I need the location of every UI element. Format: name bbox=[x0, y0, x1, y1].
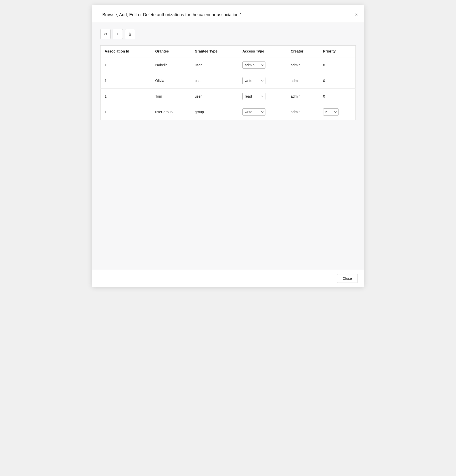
cell-access-type: adminwriteread bbox=[238, 104, 286, 120]
table-row: 1user-groupgroupadminwritereadadmin01234… bbox=[101, 104, 356, 120]
col-header-creator: Creator bbox=[286, 46, 319, 57]
add-icon: + bbox=[116, 32, 119, 36]
modal-footer: Close bbox=[92, 270, 364, 287]
cell-creator: admin bbox=[286, 73, 319, 89]
cell-access-type: adminwriteread bbox=[238, 73, 286, 89]
cell-access-type: adminwriteread bbox=[238, 89, 286, 104]
access-type-select[interactable]: adminwriteread bbox=[242, 77, 265, 84]
priority-select[interactable]: 012345678910 bbox=[323, 108, 339, 116]
cell-grantee: Olivia bbox=[151, 73, 191, 89]
cell-priority: 0 bbox=[319, 73, 356, 89]
access-type-select[interactable]: adminwriteread bbox=[242, 93, 265, 100]
cell-creator: admin bbox=[286, 57, 319, 73]
access-type-select[interactable]: adminwriteread bbox=[242, 108, 265, 116]
trash-icon: 🗑 bbox=[128, 32, 132, 36]
cell-grantee-type: user bbox=[191, 73, 238, 89]
table-row: 1Isabelleuseradminwritereadadmin0 bbox=[101, 57, 356, 73]
modal-title: Browse, Add, Edit or Delete authorizatio… bbox=[102, 12, 242, 17]
cell-grantee: user-group bbox=[151, 104, 191, 120]
refresh-button[interactable]: ↻ bbox=[100, 29, 111, 39]
toolbar: ↻ + 🗑 bbox=[100, 29, 356, 39]
add-button[interactable]: + bbox=[113, 29, 123, 39]
cell-creator: admin bbox=[286, 104, 319, 120]
col-header-association-id: Association Id bbox=[101, 46, 151, 57]
cell-priority: 0 bbox=[319, 57, 356, 73]
cell-grantee-type: user bbox=[191, 89, 238, 104]
col-header-grantee: Grantee bbox=[151, 46, 191, 57]
modal-header: Browse, Add, Edit or Delete authorizatio… bbox=[92, 5, 364, 23]
cell-grantee: Isabelle bbox=[151, 57, 191, 73]
cell-creator: admin bbox=[286, 89, 319, 104]
cell-association-id: 1 bbox=[101, 89, 151, 104]
delete-button[interactable]: 🗑 bbox=[125, 29, 135, 39]
close-x-button[interactable]: × bbox=[355, 12, 358, 17]
cell-priority: 012345678910 bbox=[319, 104, 356, 120]
modal-body: ↻ + 🗑 Association Id Grantee Grantee Typ… bbox=[92, 23, 364, 270]
cell-association-id: 1 bbox=[101, 73, 151, 89]
cell-grantee: Tom bbox=[151, 89, 191, 104]
access-type-select[interactable]: adminwriteread bbox=[242, 61, 265, 69]
cell-grantee-type: user bbox=[191, 57, 238, 73]
col-header-priority: Priority bbox=[319, 46, 356, 57]
table-row: 1Tomuseradminwritereadadmin0 bbox=[101, 89, 356, 104]
cell-priority: 0 bbox=[319, 89, 356, 104]
cell-association-id: 1 bbox=[101, 104, 151, 120]
close-button[interactable]: Close bbox=[337, 274, 358, 283]
cell-association-id: 1 bbox=[101, 57, 151, 73]
cell-grantee-type: group bbox=[191, 104, 238, 120]
cell-access-type: adminwriteread bbox=[238, 57, 286, 73]
col-header-grantee-type: Grantee Type bbox=[191, 46, 238, 57]
table-row: 1Oliviauseradminwritereadadmin0 bbox=[101, 73, 356, 89]
authorizations-table: Association Id Grantee Grantee Type Acce… bbox=[100, 45, 356, 120]
table-header-row: Association Id Grantee Grantee Type Acce… bbox=[101, 46, 356, 57]
col-header-access-type: Access Type bbox=[238, 46, 286, 57]
refresh-icon: ↻ bbox=[104, 32, 107, 37]
authorization-modal: Browse, Add, Edit or Delete authorizatio… bbox=[92, 5, 364, 287]
